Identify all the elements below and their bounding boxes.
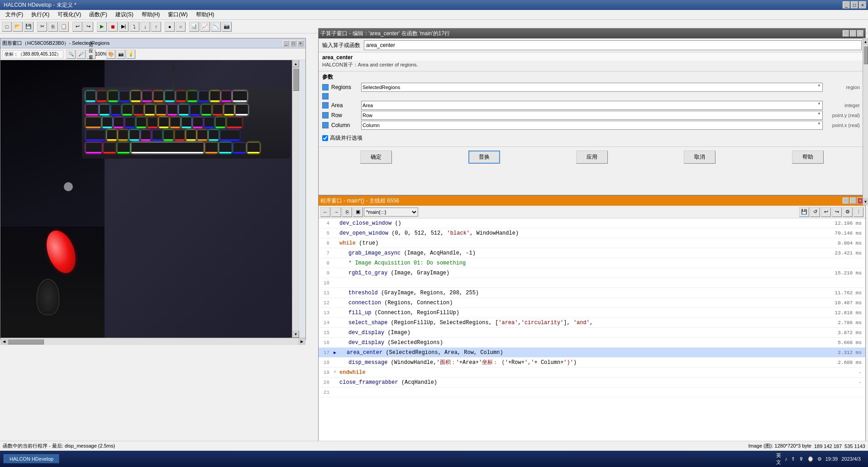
img-win-maximize[interactable]: □ bbox=[290, 40, 296, 47]
hscroll-right[interactable]: ▶ bbox=[298, 339, 305, 345]
camera-snap-btn[interactable]: 📷 bbox=[116, 50, 125, 59]
scroll-thumb[interactable] bbox=[293, 68, 299, 91]
param-select-row[interactable]: Row bbox=[361, 111, 823, 120]
prog-settings-btn[interactable]: ⚙ bbox=[843, 207, 853, 217]
code-line-6[interactable]: 6 while (true) 0.004 ms bbox=[319, 238, 865, 248]
prog-maximize[interactable]: □ bbox=[850, 198, 856, 204]
param-select-regions[interactable]: SelectedRegions bbox=[361, 83, 823, 92]
menu-help[interactable]: 帮助(H) bbox=[138, 10, 164, 19]
hscroll-thumb[interactable] bbox=[8, 339, 44, 344]
copy-btn[interactable]: ⎘ bbox=[48, 22, 58, 32]
code-line-4[interactable]: 4 dev_close_window () 12.196 ms bbox=[319, 218, 865, 228]
redo-btn[interactable]: ↪ bbox=[83, 22, 93, 32]
subop-scroll-thumb[interactable] bbox=[863, 46, 868, 64]
menu-visual[interactable]: 可视化(V) bbox=[54, 10, 85, 19]
sub-op-maximize[interactable]: □ bbox=[850, 30, 856, 37]
prog-extra-btn[interactable]: ⋮ bbox=[854, 207, 863, 217]
minimize-button[interactable]: _ bbox=[843, 1, 850, 9]
bp-btn[interactable]: ● bbox=[165, 22, 175, 32]
code-line-15[interactable]: 15 dev_display (Image) 3.872 ms bbox=[319, 328, 865, 338]
subop-vscroll[interactable]: ▲ ▼ bbox=[863, 38, 868, 205]
prog-fwd-btn[interactable]: → bbox=[331, 207, 341, 217]
code-line-14[interactable]: 14 select_shape (RegionFillUp, SelectedR… bbox=[319, 318, 865, 328]
function-description: HALCON算子：Area and center of regions. bbox=[319, 61, 865, 71]
code-line-12[interactable]: 12 connection (Regions, Connection) 10.4… bbox=[319, 298, 865, 308]
menu-window[interactable]: 窗口(W) bbox=[164, 10, 191, 19]
prog-refresh-btn[interactable]: ↺ bbox=[810, 207, 820, 217]
image-canvas[interactable]: ▲ ▼ bbox=[0, 60, 299, 338]
param-select-column[interactable]: Column bbox=[361, 121, 823, 130]
step-out-btn[interactable]: ↑ bbox=[151, 22, 161, 32]
cancel-button[interactable]: 取消 bbox=[684, 151, 715, 164]
param-select-area[interactable]: Area bbox=[361, 101, 823, 110]
fit-btn[interactable]: 适应窗口 bbox=[86, 50, 95, 59]
replace-button[interactable]: 普换 bbox=[468, 151, 500, 164]
bulb-btn[interactable]: 💡 bbox=[126, 50, 135, 59]
maximize-button[interactable]: □ bbox=[851, 1, 858, 9]
img-win-minimize[interactable]: _ bbox=[283, 40, 289, 47]
prog-undo-btn[interactable]: ↩ bbox=[821, 207, 831, 217]
prog-minimize[interactable]: _ bbox=[843, 198, 849, 204]
new-btn[interactable]: □ bbox=[2, 22, 12, 32]
code-line-5[interactable]: 5 dev_open_window (0, 0, 512, 512, 'blac… bbox=[319, 228, 865, 238]
ok-button[interactable]: 确定 bbox=[360, 151, 392, 164]
subop-scroll-up[interactable]: ▲ bbox=[863, 38, 868, 45]
run-btn[interactable]: ▶ bbox=[97, 22, 107, 32]
undo-btn[interactable]: ↩ bbox=[72, 22, 82, 32]
code-line-16[interactable]: 16 dev_display (SelectedRegions) 5.666 m… bbox=[319, 338, 865, 348]
menu-execute[interactable]: 执行(X) bbox=[28, 10, 53, 19]
code-line-7[interactable]: 7 grab_image_async (Image, AcqHandle, -1… bbox=[319, 248, 865, 258]
step-btn[interactable]: ▶| bbox=[119, 22, 129, 32]
sub-op-search-input[interactable] bbox=[364, 40, 862, 50]
code-line-9[interactable]: 9 rgb1_to_gray (Image, GrayImage) 15.210… bbox=[319, 268, 865, 278]
prog-copy-btn[interactable]: ⎘ bbox=[342, 207, 352, 217]
sub-op-close[interactable]: × bbox=[857, 30, 863, 37]
stop-btn[interactable]: ⏹ bbox=[108, 22, 118, 32]
cam-btn[interactable]: 📷 bbox=[222, 22, 232, 32]
code-line-13[interactable]: 13 fill_up (Connection, RegionFillUp) 12… bbox=[319, 308, 865, 318]
code-line-17[interactable]: 17 ▶ area_center (SelectedRegions, Area,… bbox=[319, 348, 865, 358]
hscroll-left[interactable]: ◀ bbox=[0, 339, 8, 345]
prog-main-btn[interactable]: ▣ bbox=[353, 207, 363, 217]
save-btn[interactable]: 💾 bbox=[24, 22, 33, 32]
code-line-21[interactable]: 21 bbox=[319, 387, 865, 397]
menu-func[interactable]: 函数(F) bbox=[86, 10, 110, 19]
prog-save-script[interactable]: 💾 bbox=[799, 207, 809, 217]
prog-redo-btn[interactable]: ↪ bbox=[832, 207, 842, 217]
image-vscroll[interactable]: ▲ ▼ bbox=[292, 60, 299, 338]
menu-file[interactable]: 文件(F) bbox=[2, 10, 27, 19]
color-btn[interactable]: 🎨 bbox=[106, 50, 115, 59]
img-win-close[interactable]: × bbox=[297, 40, 304, 47]
sub-op-minimize[interactable]: _ bbox=[843, 30, 849, 37]
zoom-out-btn[interactable]: 🔎 bbox=[76, 50, 86, 59]
help-button[interactable]: 帮助 bbox=[792, 151, 824, 164]
code-line-10[interactable]: 10 bbox=[319, 278, 865, 288]
paste-btn[interactable]: 📋 bbox=[59, 22, 69, 32]
prog-back-btn[interactable]: ← bbox=[320, 207, 330, 217]
code-line-8[interactable]: 8 * Image Acquisition 01: Do something bbox=[319, 258, 865, 268]
advanced-checkbox[interactable] bbox=[322, 135, 328, 141]
code-line-19[interactable]: 19 + endwhile - bbox=[319, 368, 865, 377]
bp-clear-btn[interactable]: ○ bbox=[176, 22, 186, 32]
code-line-11[interactable]: 11 threshold (GrayImage, Regions, 208, 2… bbox=[319, 288, 865, 298]
cut-btn[interactable]: ✂ bbox=[37, 22, 47, 32]
close-button[interactable]: × bbox=[859, 1, 866, 9]
menu-help2[interactable]: 帮助(H) bbox=[192, 10, 218, 19]
open-btn[interactable]: 📂 bbox=[13, 22, 23, 32]
prog-func-select[interactable]: *main{:::} bbox=[364, 208, 418, 217]
menu-suggest[interactable]: 建议(S) bbox=[112, 10, 137, 19]
scroll-up-arrow[interactable]: ▲ bbox=[292, 60, 299, 67]
graph-btn[interactable]: 📊 bbox=[189, 22, 199, 32]
code-line-18[interactable]: 18 disp_message (WindowHandle,'面积：'+Area… bbox=[319, 358, 865, 368]
zoom-in-btn[interactable]: 🔍 bbox=[67, 50, 76, 59]
subop-scroll-down[interactable]: ▼ bbox=[863, 198, 868, 205]
code-line-20[interactable]: 20 close_framegrabber (AcqHandle) - bbox=[319, 377, 865, 387]
apply-button[interactable]: 应用 bbox=[576, 151, 608, 164]
step-in-btn[interactable]: ↓ bbox=[140, 22, 150, 32]
scroll-down-arrow[interactable]: ▼ bbox=[292, 330, 299, 338]
step-over-btn[interactable]: ⤵ bbox=[129, 22, 139, 32]
taskbar-halcon-btn[interactable]: HALCON HDevelop bbox=[4, 454, 59, 463]
image-hscroll[interactable]: ◀ ▶ bbox=[0, 338, 305, 345]
graph3-btn[interactable]: 📉 bbox=[211, 22, 221, 32]
graph2-btn[interactable]: 📈 bbox=[200, 22, 210, 32]
